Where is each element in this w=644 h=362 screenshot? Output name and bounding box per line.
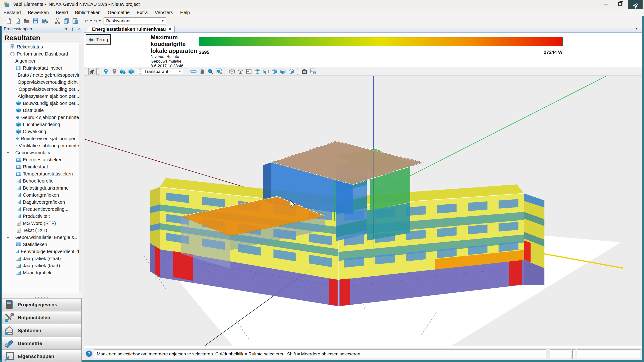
view-top-tool-button[interactable] <box>253 68 262 75</box>
menu-bestand[interactable]: Bestand <box>0 9 24 16</box>
tree-item-temperatuurstatistieken[interactable]: Temperatuurstatistieken <box>2 170 79 177</box>
3d-viewport[interactable] <box>84 76 642 346</box>
tree-item-daguitvoergrafieken[interactable]: Daguitvoergrafieken <box>2 199 79 206</box>
undo-button[interactable]: ▼ <box>84 17 93 25</box>
floor-plan-tool-button[interactable] <box>245 68 253 75</box>
tree-item-ms-word-rtf[interactable]: MS Word (RTF) <box>2 220 79 227</box>
tree-item-oppervlakteverhouding-dicht[interactable]: Oppervlakteverhouding dicht /... <box>2 78 79 86</box>
tree-item-bouwkundig-sjabloon-per[interactable]: Bouwkundig sjabloon per... <box>2 100 79 107</box>
tree-item-tekst-txt[interactable]: Tekst (TXT) <box>2 227 79 234</box>
save-as-button[interactable] <box>40 17 49 25</box>
collapse-minus-icon[interactable]: − <box>6 150 10 155</box>
view-left-tool-button[interactable] <box>279 68 287 75</box>
sidebar-item-sjablonen[interactable]: Sjablonen <box>2 324 82 337</box>
tree-item-ventilatie-sjabloon-per-ruimte[interactable]: Ventilatie sjabloon per ruimte <box>2 142 79 149</box>
tab-close-icon[interactable]: × <box>168 27 171 32</box>
help-icon[interactable] <box>85 350 93 358</box>
tree-item-gebruik-sjabloon-per-ruimte[interactable]: Gebruik sjabloon per ruimte <box>2 114 79 121</box>
calculator-button[interactable] <box>166 17 175 25</box>
open-file-button[interactable] <box>13 17 22 25</box>
sidebar-item-geometrie[interactable]: Geometrie <box>2 337 82 350</box>
open-folder-button[interactable] <box>22 17 31 25</box>
sidebar-item-projectgegevens[interactable]: Projectgegevens <box>2 298 82 311</box>
cube-dim-tool-button[interactable] <box>236 68 245 75</box>
tree-item-ruimte-eisen-sjabloon-per[interactable]: Ruimte-eisen sjabloon per... <box>2 135 79 142</box>
restore-button[interactable] <box>614 0 626 8</box>
camera-tool-button[interactable] <box>300 68 309 75</box>
tree-item-belastingduurkromme[interactable]: Belastingduurkromme <box>2 184 79 191</box>
sidebar-item-eigenschappen[interactable]: Eigenschappen <box>2 350 82 362</box>
select-tool-button[interactable] <box>88 68 97 75</box>
menu-extra[interactable]: Extra <box>133 9 151 16</box>
tree-item-maandgrafiek[interactable]: Maandgrafiek <box>2 269 79 276</box>
tree-item-energiestatistieken[interactable]: Energiestatistieken <box>2 156 79 163</box>
undo-dropdown-icon[interactable]: ▼ <box>90 19 92 22</box>
tree-item-gebouwsimulatie-energie[interactable]: −Gebouwsimulatie: Energie &... <box>2 234 79 241</box>
zoom-window-tool-button[interactable] <box>215 68 223 75</box>
menu-bibliotheken[interactable]: Bibliotheken <box>71 9 104 16</box>
tree-item-afgiftesysteem-sjabloon-per[interactable]: Afgiftesysteem sjabloon per... <box>2 93 79 100</box>
tree-item-bruto-netto-gebruiksoppervlak[interactable]: Bruto / netto gebruiksoppervlak <box>2 71 79 78</box>
tree-item-jaargrafiek-staaf[interactable]: Jaargrafiek (staaf) <box>2 255 79 262</box>
tree-item-jaargrafiek-taart[interactable]: Jaargrafiek (taart) <box>2 262 79 269</box>
tree-item-opwekking[interactable]: Opwekking <box>2 128 79 135</box>
tab-energiestatistieken-ruimteniveau[interactable]: Energiestatistieken ruimteniveau × <box>86 26 175 32</box>
tree-item-frequentieverdeling[interactable]: Frequentieverdeling... <box>2 206 79 213</box>
pin-gray-tool-button[interactable] <box>110 68 119 75</box>
menu-vensters[interactable]: Vensters <box>151 9 177 16</box>
tree-item-productiviteit[interactable]: Productiviteit <box>2 213 79 220</box>
tree-item-algemeen[interactable]: −Algemeen <box>2 57 79 64</box>
view-front-tool-button[interactable] <box>262 68 270 75</box>
toolbar-grip[interactable] <box>1 17 3 24</box>
spaces-tool-button[interactable] <box>119 68 127 75</box>
tree-splitter-handle[interactable]: ......... <box>2 294 82 298</box>
menu-beeld[interactable]: Beeld <box>52 9 71 16</box>
redo-button[interactable]: ▼ <box>93 17 102 25</box>
panel-close-icon[interactable]: × <box>76 26 82 32</box>
tree-item-oppervlakteverhouding-per[interactable]: Oppervlakteverhouding per... <box>2 86 79 93</box>
cut-button[interactable] <box>53 17 62 25</box>
transparency-combobox[interactable]: Transparant▼ <box>137 68 183 75</box>
view-right-tool-button[interactable] <box>287 68 296 75</box>
panel-pin-icon[interactable] <box>70 27 76 31</box>
variant-dropdown-icon[interactable]: ▼ <box>160 18 166 24</box>
copy-button[interactable] <box>62 17 71 25</box>
variant-combobox[interactable]: Basisvariant▼ <box>104 17 166 24</box>
menu-help[interactable]: Help <box>176 9 193 16</box>
tree-item-rekenstatus[interactable]: Rekenstatus <box>2 43 79 50</box>
tab-list-dropdown-icon[interactable]: ▼ <box>633 27 640 32</box>
paste-button[interactable] <box>71 17 80 25</box>
redo-dropdown-icon[interactable]: ▼ <box>98 19 102 22</box>
sidebar-item-hulpmiddelen[interactable]: Hulpmiddelen <box>2 311 82 324</box>
tree-item-gebouwsimulatie[interactable]: −Gebouwsimulatie <box>2 149 79 156</box>
viewport-toolbar-grip[interactable] <box>85 68 87 75</box>
new-file-button[interactable] <box>4 17 13 25</box>
save-button[interactable] <box>31 17 40 25</box>
zones-tool-button[interactable] <box>127 68 136 75</box>
collapse-minus-icon[interactable]: − <box>6 235 10 240</box>
tree-item-distributie[interactable]: Distributie <box>2 107 79 114</box>
orbit-tool-button[interactable] <box>189 68 198 75</box>
menu-bewerken[interactable]: Bewerken <box>24 9 52 16</box>
tree-item-ruimtestaat[interactable]: Ruimtestaat <box>2 163 79 170</box>
transparency-dropdown-icon[interactable]: ▼ <box>177 68 183 75</box>
panel-collapse-icon[interactable]: ▼ <box>63 27 70 31</box>
tree-item-ruimtestaat-invoer[interactable]: Ruimtestaat Invoer <box>2 64 79 71</box>
tree-item-luchtbehandeling[interactable]: Luchtbehandeling <box>2 121 79 128</box>
tree-item-performance-dashboard[interactable]: Performance Dashboard <box>2 50 79 57</box>
collapse-minus-icon[interactable]: − <box>6 58 10 64</box>
view-back-tool-button[interactable] <box>270 68 279 75</box>
back-button[interactable]: Terug <box>86 34 111 45</box>
zoom-tool-button[interactable] <box>206 68 215 75</box>
tree-item-eenvoudige-terugverdientijd[interactable]: Eenvoudige terugverdientijd <box>2 248 79 255</box>
pin-blue-tool-button[interactable] <box>102 68 110 75</box>
export-tool-button[interactable] <box>309 68 317 75</box>
tree-scrollbar[interactable] <box>79 43 82 293</box>
menu-geometrie[interactable]: Geometrie <box>104 9 133 16</box>
minimize-button[interactable] <box>599 0 612 8</box>
tree-item-statistieken[interactable]: Statistieken <box>2 241 79 248</box>
cube-wire-tool-button[interactable] <box>228 68 236 75</box>
tree-item-comfortgrafieken[interactable]: Comfortgrafieken <box>2 191 79 199</box>
tree-item-behoefteprofiel[interactable]: Behoefteprofiel <box>2 177 79 184</box>
hand-tool-button[interactable] <box>198 68 206 75</box>
